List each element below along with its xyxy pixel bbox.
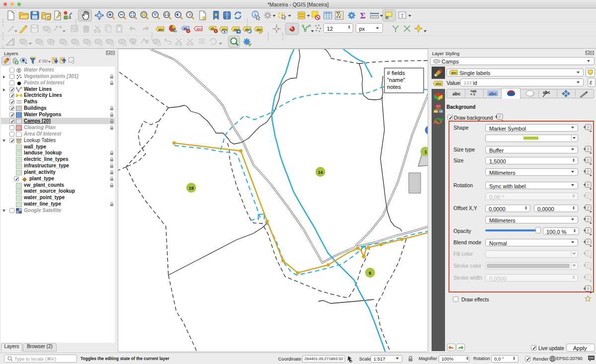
svg-text:abc: abc (451, 71, 457, 74)
svg-text:abc: abc (436, 82, 442, 85)
svg-text:notes: notes (387, 84, 401, 90)
svg-text:6: 6 (369, 271, 371, 276)
svg-text:1: 1 (424, 149, 427, 154)
svg-text:ε: ε (39, 57, 41, 64)
svg-text:T: T (401, 12, 404, 18)
svg-text:1:1: 1:1 (164, 13, 169, 16)
svg-text:ab: ab (211, 27, 215, 30)
svg-text:"name": "name" (387, 77, 405, 83)
svg-text:abc: abc (197, 27, 203, 31)
svg-text:Σ: Σ (360, 11, 366, 20)
svg-text:# fields: # fields (387, 70, 405, 76)
svg-text:14: 14 (318, 170, 323, 175)
svg-text:18: 18 (189, 186, 194, 191)
